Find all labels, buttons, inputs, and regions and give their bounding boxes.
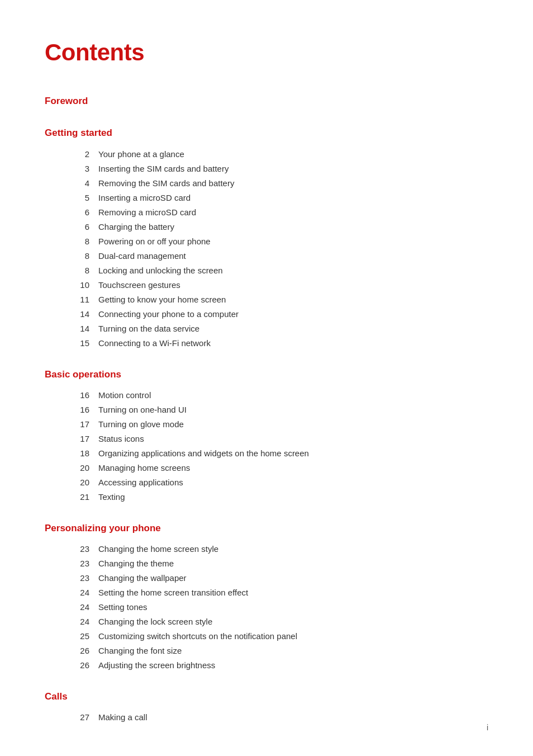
- toc-entry-text: Setting tones: [98, 601, 147, 614]
- toc-page-number: 8: [67, 235, 89, 248]
- toc-entry: 20Managing home screens: [45, 461, 488, 475]
- page-title: Contents: [45, 34, 488, 71]
- toc-entry-text: Charging the battery: [98, 220, 174, 234]
- toc-entry-text: Making a call: [98, 711, 147, 724]
- toc-entry: 15Connecting to a Wi-Fi network: [45, 337, 488, 350]
- toc-entry: 23Changing the home screen style: [45, 542, 488, 556]
- toc-entry-text: Changing the home screen style: [98, 542, 218, 556]
- section-calls: Calls27Making a call: [45, 689, 488, 724]
- toc-entry: 2Your phone at a glance: [45, 148, 488, 161]
- toc-page-number: 21: [67, 490, 89, 504]
- toc-entry-text: Turning on one-hand UI: [98, 403, 187, 417]
- toc-page-number: 23: [67, 542, 89, 556]
- toc-entry-text: Managing home screens: [98, 461, 190, 475]
- toc-entry: 8Dual-card management: [45, 249, 488, 263]
- toc-page-number: 17: [67, 418, 89, 431]
- toc-entry-text: Changing the theme: [98, 557, 174, 570]
- toc-page-number: 18: [67, 447, 89, 460]
- toc-page-number: 25: [67, 630, 89, 643]
- toc-page-number: 2: [67, 148, 89, 161]
- toc-entry-text: Texting: [98, 490, 125, 504]
- section-foreword: Foreword: [45, 93, 488, 108]
- toc-page-number: 6: [67, 220, 89, 234]
- toc-page-number: 5: [67, 191, 89, 205]
- toc-page-number: 8: [67, 264, 89, 277]
- section-getting-started: Getting started2Your phone at a glance3I…: [45, 125, 488, 349]
- toc-entry-text: Connecting your phone to a computer: [98, 308, 239, 321]
- toc-page-number: 26: [67, 644, 89, 658]
- toc-entry-text: Accessing applications: [98, 476, 183, 489]
- toc-page-number: 26: [67, 659, 89, 672]
- toc-container: ForewordGetting started2Your phone at a …: [45, 93, 488, 724]
- toc-entry: 18Organizing applications and widgets on…: [45, 447, 488, 460]
- toc-entry-text: Removing the SIM cards and battery: [98, 177, 234, 190]
- toc-page-number: 20: [67, 461, 89, 475]
- toc-entry-text: Changing the lock screen style: [98, 615, 212, 629]
- toc-entry: 11Getting to know your home screen: [45, 293, 488, 306]
- toc-page-number: 4: [67, 177, 89, 190]
- toc-entry: 23Changing the theme: [45, 557, 488, 570]
- section-heading-foreword: Foreword: [45, 93, 488, 108]
- toc-entry-text: Adjusting the screen brightness: [98, 659, 215, 672]
- toc-entry-text: Your phone at a glance: [98, 148, 184, 161]
- section-heading-calls: Calls: [45, 689, 488, 704]
- toc-page-number: 16: [67, 389, 89, 402]
- toc-entry-text: Removing a microSD card: [98, 206, 196, 219]
- toc-entry-text: Getting to know your home screen: [98, 293, 226, 306]
- toc-page-number: 24: [67, 601, 89, 614]
- toc-page-number: 23: [67, 571, 89, 585]
- toc-entry: 17Turning on glove mode: [45, 418, 488, 431]
- toc-page-number: 17: [67, 432, 89, 446]
- toc-entry: 26Changing the font size: [45, 644, 488, 658]
- section-heading-getting-started: Getting started: [45, 125, 488, 140]
- toc-entry: 3Inserting the SIM cards and battery: [45, 162, 488, 176]
- toc-entry-text: Inserting the SIM cards and battery: [98, 162, 229, 176]
- toc-entry: 8Powering on or off your phone: [45, 235, 488, 248]
- toc-entry: 21Texting: [45, 490, 488, 504]
- toc-page-number: 3: [67, 162, 89, 176]
- toc-page-number: 6: [67, 206, 89, 219]
- toc-entry: 8Locking and unlocking the screen: [45, 264, 488, 277]
- toc-entry-text: Setting the home screen transition effec…: [98, 586, 248, 599]
- toc-page-number: 27: [67, 711, 89, 724]
- toc-entry: 26Adjusting the screen brightness: [45, 659, 488, 672]
- toc-page-number: 15: [67, 337, 89, 350]
- toc-page-number: 24: [67, 586, 89, 599]
- toc-entry: 4Removing the SIM cards and battery: [45, 177, 488, 190]
- toc-entry: 20Accessing applications: [45, 476, 488, 489]
- toc-entry-text: Status icons: [98, 432, 144, 446]
- toc-entry: 23Changing the wallpaper: [45, 571, 488, 585]
- toc-entry: 24Changing the lock screen style: [45, 615, 488, 629]
- toc-entry-text: Touchscreen gestures: [98, 278, 180, 292]
- section-heading-personalizing: Personalizing your phone: [45, 521, 488, 536]
- toc-entry: 16Turning on one-hand UI: [45, 403, 488, 417]
- toc-entry: 24Setting tones: [45, 601, 488, 614]
- toc-entry-text: Dual-card management: [98, 249, 186, 263]
- toc-page-number: 24: [67, 615, 89, 629]
- toc-page-number: 14: [67, 308, 89, 321]
- toc-entry-text: Changing the wallpaper: [98, 571, 187, 585]
- toc-entry: 10Touchscreen gestures: [45, 278, 488, 292]
- toc-entry-text: Changing the font size: [98, 644, 182, 658]
- toc-entry: 6Removing a microSD card: [45, 206, 488, 219]
- toc-entry: 24Setting the home screen transition eff…: [45, 586, 488, 599]
- toc-page-number: 20: [67, 476, 89, 489]
- toc-page-number: 8: [67, 249, 89, 263]
- toc-entry-text: Turning on the data service: [98, 322, 199, 336]
- toc-entry: 25Customizing switch shortcuts on the no…: [45, 630, 488, 643]
- toc-page-number: 16: [67, 403, 89, 417]
- toc-entry: 14Turning on the data service: [45, 322, 488, 336]
- toc-entry-text: Powering on or off your phone: [98, 235, 211, 248]
- toc-entry: 16Motion control: [45, 389, 488, 402]
- toc-entry-text: Organizing applications and widgets on t…: [98, 447, 309, 460]
- toc-entry: 17Status icons: [45, 432, 488, 446]
- section-heading-basic-operations: Basic operations: [45, 367, 488, 382]
- toc-entry: 6Charging the battery: [45, 220, 488, 234]
- toc-page-number: 14: [67, 322, 89, 336]
- section-basic-operations: Basic operations16Motion control16Turnin…: [45, 367, 488, 504]
- toc-page-number: 11: [67, 293, 89, 306]
- toc-page-number: 23: [67, 557, 89, 570]
- toc-entry-text: Connecting to a Wi-Fi network: [98, 337, 211, 350]
- section-personalizing: Personalizing your phone23Changing the h…: [45, 521, 488, 672]
- toc-entry-text: Motion control: [98, 389, 151, 402]
